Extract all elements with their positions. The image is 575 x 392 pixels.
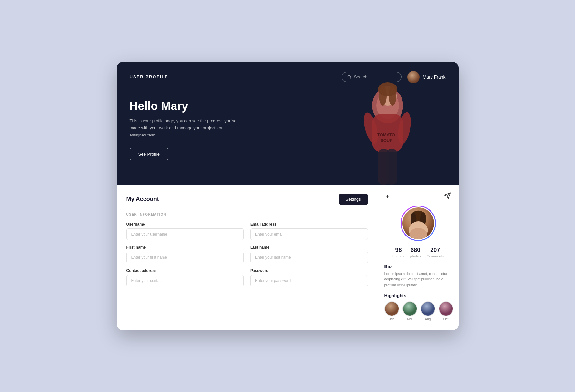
hero-title: Hello Mary — [130, 99, 446, 113]
search-bar[interactable] — [342, 72, 402, 82]
bio-title: Bio — [384, 264, 452, 269]
profile-stats: 98 Friends 680 photos 207 Comments — [392, 247, 444, 258]
firstname-group: First name — [126, 245, 244, 263]
lastname-group: Last name — [250, 245, 368, 263]
send-icon — [444, 194, 451, 201]
send-button[interactable] — [442, 191, 452, 202]
account-title: My Account — [126, 196, 159, 203]
firstname-label: First name — [126, 245, 244, 250]
list-item[interactable]: Mar — [402, 301, 417, 321]
hero-content: Hello Mary This is your profile page, yo… — [117, 83, 459, 180]
svg-line-14 — [350, 78, 351, 79]
stat-friends: 98 Friends — [392, 247, 404, 258]
firstname-input[interactable] — [126, 252, 244, 263]
bio-text: Lorem ipsum dolor sit amet, consectetur … — [384, 271, 452, 288]
highlights-grid: Jan Mar Aug Oct — [384, 301, 452, 321]
highlight-avatar-oct — [439, 301, 453, 316]
friends-count: 98 — [395, 247, 402, 254]
navbar: USER PROFILE Mary Frank — [117, 62, 459, 83]
highlight-label-mar: Mar — [407, 317, 412, 321]
form-grid: Username Email address First name Last n… — [126, 222, 368, 286]
contact-input[interactable] — [126, 275, 244, 286]
svg-point-13 — [348, 75, 350, 78]
contact-label: Contact address — [126, 268, 244, 273]
comments-label: Comments — [427, 254, 444, 258]
friends-label: Friends — [392, 254, 404, 258]
highlight-label-oct: Oct — [443, 317, 449, 321]
list-item[interactable]: Aug — [421, 301, 435, 321]
photos-count: 680 — [411, 247, 420, 254]
section-label: USER INFORMATION — [126, 213, 368, 216]
bottom-section: My Account Settings USER INFORMATION Use… — [117, 185, 459, 330]
app-container: TOMATO SOUP USER PROFILE — [117, 62, 459, 330]
highlight-avatar-mar — [402, 301, 417, 316]
highlights-title: Highlights — [384, 293, 452, 298]
email-group: Email address — [250, 222, 368, 240]
profile-avatar — [402, 206, 435, 240]
username-input[interactable] — [126, 228, 244, 240]
stat-comments: 207 Comments — [427, 247, 444, 258]
highlight-label-jan: Jan — [389, 317, 394, 321]
hero-subtitle: This is your profile page, you can see t… — [130, 117, 239, 139]
list-item[interactable]: Jan — [384, 301, 399, 321]
profile-avatar-wrap — [401, 206, 436, 241]
comments-count: 207 — [430, 247, 440, 254]
stat-photos: 680 photos — [410, 247, 421, 258]
highlight-avatar-jan — [384, 301, 399, 316]
profile-card: + — [378, 185, 459, 330]
account-card-header: My Account Settings — [126, 194, 368, 205]
search-icon — [347, 75, 352, 79]
plus-icon: + — [386, 193, 390, 200]
username-group: Username — [126, 222, 244, 240]
password-label: Password — [250, 268, 368, 273]
lastname-label: Last name — [250, 245, 368, 250]
nav-username: Mary Frank — [423, 75, 446, 80]
profile-card-actions: + — [384, 191, 452, 202]
password-input[interactable] — [250, 275, 368, 286]
add-button[interactable]: + — [384, 192, 391, 202]
contact-group: Contact address — [126, 268, 244, 286]
photos-label: photos — [410, 254, 421, 258]
email-label: Email address — [250, 222, 368, 226]
app-title: USER PROFILE — [130, 75, 168, 79]
email-input[interactable] — [250, 228, 368, 240]
highlights-section: Highlights Jan Mar Aug — [384, 293, 452, 321]
bio-section: Bio Lorem ipsum dolor sit amet, consecte… — [384, 264, 452, 288]
nav-avatar — [407, 71, 420, 83]
lastname-input[interactable] — [250, 252, 368, 263]
hero-section: TOMATO SOUP USER PROFILE — [117, 62, 459, 185]
list-item[interactable]: Oct — [439, 301, 453, 321]
account-card: My Account Settings USER INFORMATION Use… — [117, 185, 378, 330]
password-group: Password — [250, 268, 368, 286]
nav-right: Mary Frank — [342, 71, 446, 83]
nav-avatar-image — [407, 71, 420, 83]
highlight-avatar-aug — [421, 301, 435, 316]
highlight-label-aug: Aug — [425, 317, 431, 321]
username-label: Username — [126, 222, 244, 226]
see-profile-button[interactable]: See Profile — [130, 148, 169, 160]
search-input[interactable] — [354, 75, 396, 79]
user-info-nav: Mary Frank — [407, 71, 446, 83]
settings-button[interactable]: Settings — [339, 194, 368, 205]
